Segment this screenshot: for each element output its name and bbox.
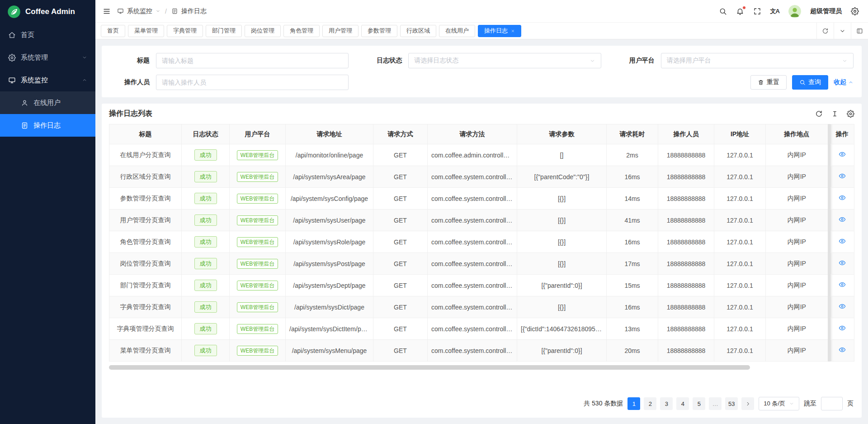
cell-operator: 18888888888 — [658, 210, 714, 231]
cell-status: 成功 — [182, 340, 230, 362]
view-detail-button[interactable] — [839, 172, 846, 180]
cell-status: 成功 — [182, 166, 230, 188]
cell-url: /api/system/sysConfig/page — [286, 188, 373, 210]
column-header-0: 标题 — [109, 124, 182, 144]
cell-platform: WEB管理后台 — [230, 210, 286, 231]
collapse-filter-link[interactable]: 收起 — [834, 78, 854, 86]
view-detail-button[interactable] — [839, 324, 846, 332]
cell-method: GET — [373, 188, 428, 210]
tab-参数管理[interactable]: 参数管理 — [361, 25, 397, 37]
search-button[interactable]: 查询 — [792, 75, 828, 90]
column-settings-icon[interactable] — [847, 110, 854, 118]
cell-method: GET — [373, 231, 428, 253]
table-row: 用户管理分页查询 成功 WEB管理后台 /api/system/sysUser/… — [109, 210, 854, 231]
view-detail-button[interactable] — [839, 194, 846, 201]
cell-params: [] — [517, 144, 607, 166]
notifications-icon[interactable] — [736, 7, 744, 15]
reset-button[interactable]: 重置 — [750, 75, 787, 90]
title-input[interactable] — [156, 53, 349, 68]
pagination: 共 530 条数据 12345…53 10 条/页 跳至 页 — [109, 391, 854, 413]
cell-title: 部门管理分页查询 — [109, 275, 182, 296]
sidebar-collapse-icon[interactable] — [103, 7, 111, 15]
view-detail-button[interactable] — [839, 216, 846, 223]
breadcrumb-item-monitor[interactable]: 系统监控 — [127, 7, 152, 15]
log-list-card: 操作日志列表 标题日志状态用户平台请求地址请求方式请求方法请求参数请求耗时操作人… — [102, 104, 862, 418]
sidebar-item-label: 操作日志 — [33, 121, 87, 130]
sidebar-item-home[interactable]: 首页 — [0, 24, 95, 46]
refresh-tabs-icon[interactable] — [816, 23, 834, 39]
platform-badge: WEB管理后台 — [237, 172, 278, 182]
sidebar-item-operation-log[interactable]: 操作日志 — [0, 114, 95, 137]
sidebar-item-system-monitor[interactable]: 系统监控 — [0, 69, 95, 91]
tab-菜单管理[interactable]: 菜单管理 — [128, 25, 164, 37]
tab-字典管理[interactable]: 字典管理 — [167, 25, 203, 37]
tab-角色管理[interactable]: 角色管理 — [283, 25, 320, 37]
cell-location: 内网IP — [766, 275, 829, 296]
view-detail-button[interactable] — [839, 303, 846, 310]
tab-首页[interactable]: 首页 — [101, 25, 125, 37]
refresh-table-icon[interactable] — [815, 110, 823, 118]
tab-用户管理[interactable]: 用户管理 — [322, 25, 359, 37]
close-tab-icon[interactable] — [511, 29, 515, 33]
table-row: 角色管理分页查询 成功 WEB管理后台 /api/system/sysRole/… — [109, 231, 854, 253]
topbar: 系统监控 / 操作日志 文A 超级管理员 — [95, 0, 868, 22]
page-button-1[interactable]: 1 — [627, 397, 640, 410]
platform-badge: WEB管理后台 — [237, 259, 278, 269]
sidebar: Coffee Admin 首页系统管理系统监控在线用户操作日志 — [0, 0, 95, 424]
cell-method: GET — [373, 253, 428, 275]
search-icon[interactable] — [719, 7, 727, 15]
tab-在线用户[interactable]: 在线用户 — [439, 25, 475, 37]
cell-operator: 18888888888 — [658, 340, 714, 362]
layout-settings-icon[interactable] — [851, 23, 868, 39]
avatar[interactable] — [788, 5, 801, 18]
cell-platform: WEB管理后台 — [230, 275, 286, 296]
page-button-2[interactable]: 2 — [644, 397, 656, 410]
view-detail-button[interactable] — [839, 346, 846, 353]
platform-badge: WEB管理后台 — [237, 150, 278, 160]
logo-icon — [7, 5, 21, 19]
view-detail-button[interactable] — [839, 151, 846, 158]
field-label: 用户平台 — [615, 57, 655, 65]
cell-ip: 127.0.0.1 — [714, 166, 766, 188]
cell-platform: WEB管理后台 — [230, 253, 286, 275]
cell-status: 成功 — [182, 296, 230, 318]
row-density-icon[interactable] — [831, 110, 839, 118]
view-detail-button[interactable] — [839, 281, 846, 288]
cell-title: 用户管理分页查询 — [109, 210, 182, 231]
tab-操作日志[interactable]: 操作日志 — [478, 25, 521, 37]
tab-岗位管理[interactable]: 岗位管理 — [245, 25, 281, 37]
sidebar-item-system-management[interactable]: 系统管理 — [0, 46, 95, 69]
platform-badge: WEB管理后台 — [237, 215, 278, 225]
fullscreen-icon[interactable] — [753, 7, 761, 15]
cell-duration: 41ms — [607, 210, 658, 231]
jump-page-input[interactable] — [821, 397, 843, 410]
operator-input[interactable] — [156, 75, 349, 90]
view-detail-button[interactable] — [839, 259, 846, 267]
user-platform-select[interactable]: 请选择用户平台 — [661, 53, 854, 68]
translate-icon[interactable]: 文A — [770, 7, 779, 15]
log-icon — [171, 8, 178, 14]
page-button-53[interactable]: 53 — [725, 397, 738, 410]
platform-badge: WEB管理后台 — [237, 302, 278, 312]
page-size-select[interactable]: 10 条/页 — [759, 397, 799, 410]
username[interactable]: 超级管理员 — [810, 7, 842, 15]
scrollbar-thumb[interactable] — [109, 365, 750, 370]
sidebar-item-online-users[interactable]: 在线用户 — [0, 91, 95, 114]
page-button-4[interactable]: 4 — [676, 397, 689, 410]
page-button-5[interactable]: 5 — [693, 397, 705, 410]
cell-method: GET — [373, 318, 428, 340]
view-detail-button[interactable] — [839, 238, 846, 245]
cell-title: 行政区域分页查询 — [109, 166, 182, 188]
tab-options-icon[interactable] — [834, 23, 851, 39]
cell-location: 内网IP — [766, 188, 829, 210]
tab-部门管理[interactable]: 部门管理 — [206, 25, 242, 37]
page-button-3[interactable]: 3 — [660, 397, 673, 410]
tab-label: 岗位管理 — [251, 27, 274, 35]
tab-行政区域[interactable]: 行政区域 — [400, 25, 436, 37]
page-size-value: 10 条/页 — [764, 400, 785, 408]
next-page-button[interactable] — [741, 397, 754, 410]
settings-gear-icon[interactable] — [851, 7, 859, 15]
filter-actions: 重置查询收起 — [362, 75, 854, 90]
log-status-select[interactable]: 请选择日志状态 — [408, 53, 601, 68]
status-badge: 成功 — [194, 149, 217, 161]
